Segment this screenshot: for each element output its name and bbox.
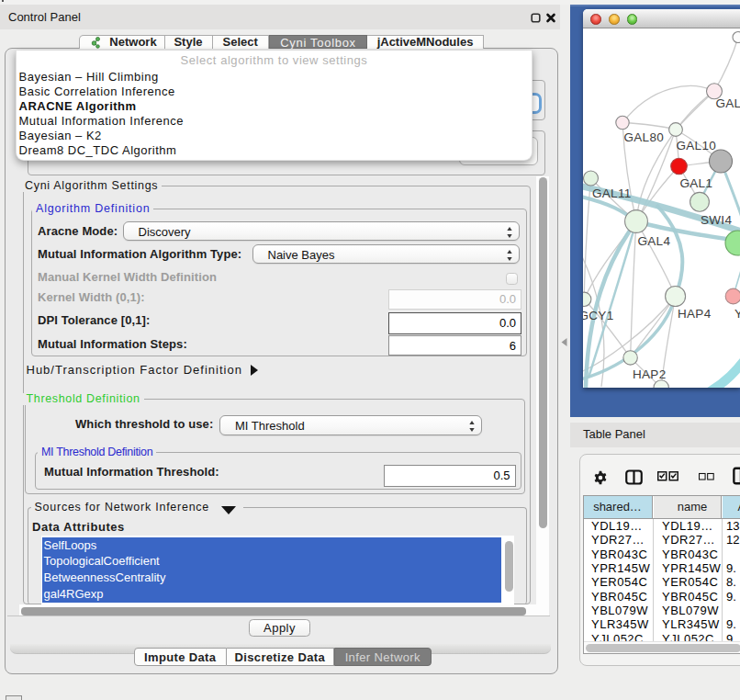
svg-text:GAL4: GAL4: [637, 233, 670, 247]
svg-text:SWI4: SWI4: [701, 213, 732, 227]
svg-text:HAP2: HAP2: [633, 367, 666, 380]
svg-text:GAL1: GAL1: [679, 175, 712, 189]
svg-text:Y: Y: [734, 307, 740, 321]
svg-text:GCY1: GCY1: [583, 308, 613, 322]
svg-text:GAL11: GAL11: [592, 186, 632, 199]
svg-text:GAL80: GAL80: [623, 130, 664, 143]
svg-text:GAL7: GAL7: [715, 96, 740, 109]
svg-text:GAL10: GAL10: [676, 138, 716, 152]
svg-text:HAP4: HAP4: [678, 307, 712, 321]
